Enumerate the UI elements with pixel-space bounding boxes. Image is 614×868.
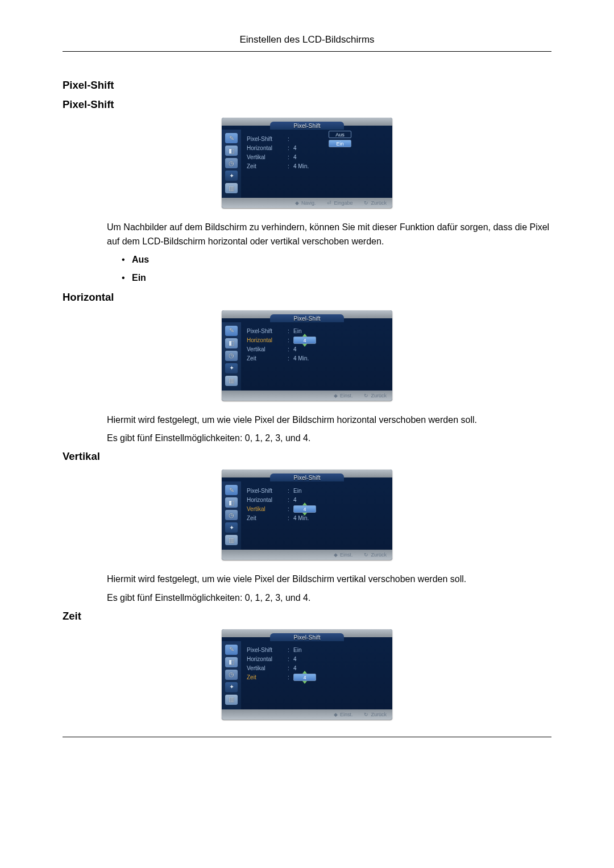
osd-label: Zeit (247, 674, 285, 680)
option-aus[interactable]: Aus (329, 131, 351, 138)
cube-icon[interactable]: ◧ (225, 146, 238, 156)
osd-label: Vertikal (247, 154, 285, 160)
osd-row-horizontal[interactable]: Horizontal : 4 (247, 655, 387, 664)
osd-label: Vertikal (247, 506, 285, 512)
osd-menu: Pixel-Shift : Ein Horizontal : 4 (241, 322, 392, 391)
osd-row-zeit[interactable]: Zeit : 4 Min. (247, 513, 387, 522)
osd-label: Horizontal (247, 497, 285, 503)
puzzle-icon[interactable]: ✎ (225, 326, 238, 336)
osd-menu: Pixel-Shift : Aus Ein Horizontal : 4 Ver… (241, 130, 392, 198)
footer-zurueck: ↻ Zurück (364, 200, 387, 206)
osd-row-vertikal[interactable]: Vertikal : 4 (247, 345, 387, 354)
bullet-ein: Ein (122, 273, 551, 283)
footer-navig: ◆ Navig. (295, 200, 316, 206)
osd-sidebar: ✎ ◧ ◷ ✦ ▥ (222, 481, 241, 550)
osd-label: Pixel-Shift (247, 328, 285, 334)
osd-value: 4 Min. (293, 355, 387, 362)
osd-label: Pixel-Shift (247, 647, 285, 653)
section3-desc2: Es gibt fünf Einstellmöglichkeiten: 0, 1… (107, 591, 551, 605)
osd-value: Ein (293, 488, 387, 494)
osd-value: 4 (293, 154, 387, 160)
osd-title: Pixel-Shift (270, 122, 344, 130)
value-box[interactable]: 4 (293, 337, 316, 344)
cube-icon[interactable]: ◧ (225, 497, 238, 508)
osd-title: Pixel-Shift (270, 474, 344, 481)
gear-icon[interactable]: ✦ (225, 363, 238, 373)
osd-label: Horizontal (247, 337, 285, 343)
osd-footer: ◆ Einst. ↻ Zurück (222, 550, 392, 560)
osd-row-pixelshift[interactable]: Pixel-Shift : Ein (247, 646, 387, 655)
page-header: Einstellen des LCD-Bildschirms (63, 34, 551, 52)
osd-label: Zeit (247, 515, 285, 521)
puzzle-icon[interactable]: ✎ (225, 645, 238, 655)
osd-row-vertikal[interactable]: Vertikal : 4 (247, 152, 387, 161)
osd-label: Vertikal (247, 665, 285, 671)
osd-panel-2: Pixel-Shift ✎ ◧ ◷ ✦ ▥ Pixel-Shift : Ein … (222, 310, 392, 401)
footer-zurueck: ↻ Zurück (364, 393, 387, 398)
clock-icon[interactable]: ◷ (225, 158, 238, 168)
osd-value: 4 Min. (293, 163, 387, 169)
arrow-up-icon[interactable] (302, 502, 307, 505)
osd-row-horizontal[interactable]: Horizontal : 4 (247, 336, 387, 345)
section1-bullets: Aus Ein (122, 255, 551, 283)
chart-icon[interactable]: ▥ (225, 376, 238, 386)
bullet-aus: Aus (122, 255, 551, 265)
clock-icon[interactable]: ◷ (225, 670, 238, 680)
puzzle-icon[interactable]: ✎ (225, 133, 238, 143)
osd-label: Horizontal (247, 145, 285, 151)
section3-desc1: Hiermit wird festgelegt, um wie viele Pi… (107, 572, 551, 587)
osd-footer: ◆ Einst. ↻ Zurück (222, 391, 392, 401)
section4-title: Zeit (63, 610, 551, 622)
osd-footer: ◆ Navig. ⏎ Eingabe ↻ Zurück (222, 198, 392, 208)
osd-value: 4 (293, 145, 387, 151)
cube-icon[interactable]: ◧ (225, 657, 238, 667)
osd-row-zeit[interactable]: Zeit : 4 Min. (247, 161, 387, 171)
osd-label: Horizontal (247, 656, 285, 662)
osd-label: Zeit (247, 163, 285, 169)
osd-label: Pixel-Shift (247, 488, 285, 494)
osd-value: 4 (293, 346, 387, 352)
chart-icon[interactable]: ▥ (225, 535, 238, 545)
osd-title: Pixel-Shift (270, 314, 344, 322)
osd-row-pixelshift[interactable]: Pixel-Shift : Ein (247, 486, 387, 495)
puzzle-icon[interactable]: ✎ (225, 485, 238, 495)
page-header-title: Einstellen des LCD-Bildschirms (239, 34, 374, 45)
osd-row-pixelshift[interactable]: Pixel-Shift : Aus Ein (247, 134, 387, 143)
osd-panel-4: Pixel-Shift ✎ ◧ ◷ ✦ ▥ Pixel-Shift : Ein … (222, 629, 392, 720)
footer-zurueck: ↻ Zurück (364, 552, 387, 558)
osd-row-zeit[interactable]: Zeit : 4 (247, 673, 387, 682)
osd-value: 4 (293, 656, 387, 662)
gear-icon[interactable]: ✦ (225, 171, 238, 181)
osd-row-horizontal[interactable]: Horizontal : 4 (247, 143, 387, 152)
osd-label: Pixel-Shift (247, 136, 285, 142)
value-box[interactable]: 4 (293, 505, 316, 513)
osd-footer: ◆ Einst. ↻ Zurück (222, 709, 392, 720)
footer-zurueck: ↻ Zurück (364, 712, 387, 717)
value-box[interactable]: 4 (293, 674, 316, 681)
osd-title: Pixel-Shift (270, 633, 344, 641)
footer-einst: ◆ Einst. (334, 393, 353, 398)
osd-menu: Pixel-Shift : Ein Horizontal : 4 Vertika… (241, 481, 392, 550)
gear-icon[interactable]: ✦ (225, 522, 238, 533)
page-footer-rule (63, 737, 551, 737)
clock-icon[interactable]: ◷ (225, 510, 238, 520)
footer-eingabe: ⏎ Eingabe (327, 200, 352, 206)
section2-desc2: Es gibt fünf Einstellmöglichkeiten: 0, 1… (107, 431, 551, 446)
cube-icon[interactable]: ◧ (225, 338, 238, 348)
section1-title: Pixel-Shift (63, 79, 551, 92)
osd-row-vertikal[interactable]: Vertikal : 4 (247, 504, 387, 513)
section1-desc: Um Nachbilder auf dem Bildschirm zu verh… (107, 221, 551, 249)
osd-row-zeit[interactable]: Zeit : 4 Min. (247, 354, 387, 363)
osd-value: Ein (293, 647, 387, 653)
clock-icon[interactable]: ◷ (225, 351, 238, 361)
footer-einst: ◆ Einst. (334, 712, 353, 717)
osd-sidebar: ✎ ◧ ◷ ✦ ▥ (222, 130, 241, 198)
section1-subtitle: Pixel-Shift (63, 98, 551, 111)
osd-panel-1: Pixel-Shift ✎ ◧ ◷ ✦ ▥ Pixel-Shift : Aus … (222, 118, 392, 208)
footer-einst: ◆ Einst. (334, 552, 353, 558)
chart-icon[interactable]: ▥ (225, 695, 238, 705)
osd-sidebar: ✎ ◧ ◷ ✦ ▥ (222, 322, 241, 391)
arrow-down-icon[interactable] (302, 681, 307, 684)
chart-icon[interactable]: ▥ (225, 183, 238, 193)
gear-icon[interactable]: ✦ (225, 682, 238, 692)
